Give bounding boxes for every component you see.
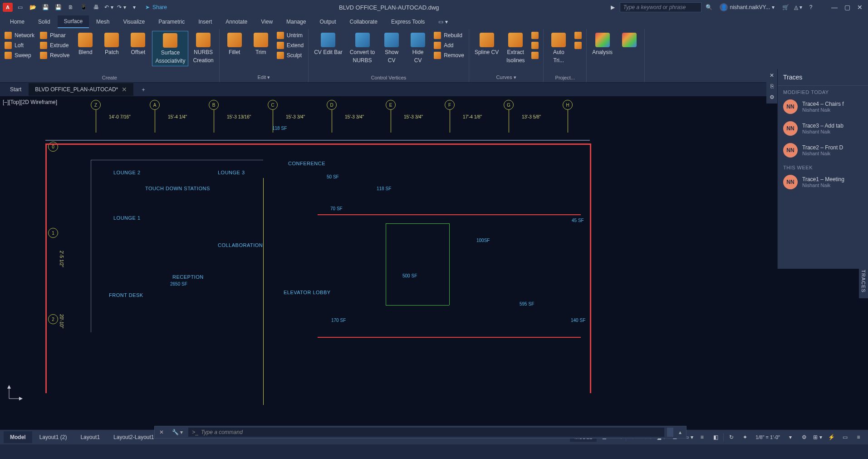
gear-icon[interactable]: ⚙ bbox=[798, 431, 810, 443]
new-tab-button[interactable]: ＋ bbox=[134, 83, 152, 96]
cv-rebuild-button[interactable]: Rebuild bbox=[432, 31, 466, 40]
patch-button[interactable]: Patch bbox=[99, 31, 124, 57]
untrim-button[interactable]: Untrim bbox=[275, 31, 305, 40]
analysis-button[interactable]: Analysis bbox=[589, 31, 615, 57]
proj-opt1[interactable] bbox=[573, 31, 584, 40]
revolve-button[interactable]: Revolve bbox=[38, 51, 71, 60]
tab-mesh[interactable]: Mesh bbox=[90, 16, 116, 28]
trace-item[interactable]: NNTrace3 – Add tabNishant Naik bbox=[778, 118, 868, 139]
tab-visualize[interactable]: Visualize bbox=[117, 16, 151, 28]
panel-pin-icon[interactable]: ⎘ bbox=[766, 82, 777, 91]
qat-redo-icon[interactable]: ↷ ▾ bbox=[116, 2, 127, 13]
cycling-icon[interactable]: ↻ bbox=[726, 431, 737, 443]
loft-button[interactable]: Loft bbox=[3, 41, 36, 50]
close-button[interactable]: ✕ bbox=[854, 2, 865, 13]
extend-button[interactable]: Extend bbox=[275, 41, 305, 50]
customize-icon[interactable]: ≡ bbox=[853, 431, 864, 443]
sweep-button[interactable]: Sweep bbox=[3, 51, 36, 60]
curve-opt1[interactable] bbox=[530, 31, 540, 40]
panel-curves-label[interactable]: Curves ▾ bbox=[472, 74, 540, 81]
layout-tab-layout1[interactable]: Layout1 bbox=[74, 431, 106, 443]
lineweight-icon[interactable]: ≡ bbox=[696, 431, 708, 443]
trace-item[interactable]: NNTrace4 – Chairs fNishant Naik bbox=[778, 96, 868, 118]
minimize-button[interactable]: — bbox=[829, 2, 840, 13]
tab-collaborate[interactable]: Collaborate bbox=[343, 16, 384, 28]
tab-solid[interactable]: Solid bbox=[32, 16, 57, 28]
maximize-button[interactable]: ▢ bbox=[842, 2, 853, 13]
cmd-expand-icon[interactable]: ▴ bbox=[676, 429, 684, 435]
layout-tab-layout2-layout1[interactable]: Layout2-Layout1 bbox=[107, 431, 160, 443]
show-cv-button[interactable]: ShowCV bbox=[379, 31, 404, 65]
transparency-icon[interactable]: ◧ bbox=[710, 431, 721, 443]
proj-opt2[interactable] bbox=[573, 41, 584, 50]
qat-undo-icon[interactable]: ↶ ▾ bbox=[103, 2, 114, 13]
offset-button[interactable]: Offset bbox=[126, 31, 150, 57]
tab-express-tools[interactable]: Express Tools bbox=[385, 16, 431, 28]
curve-opt2[interactable] bbox=[530, 41, 540, 50]
extract-isolines-button[interactable]: ExtractIsolines bbox=[503, 31, 528, 65]
fillet-button[interactable]: Fillet bbox=[222, 31, 247, 57]
scale-dropdown-icon[interactable]: ▾ bbox=[785, 431, 796, 443]
featured-apps-dropdown[interactable]: ▭ ▾ bbox=[432, 16, 454, 28]
cv-add-button[interactable]: Add bbox=[432, 41, 466, 50]
tab-output[interactable]: Output bbox=[313, 16, 342, 28]
panel-close-icon[interactable]: ✕ bbox=[766, 71, 777, 80]
qat-saveas-icon[interactable]: 💾 bbox=[53, 2, 64, 13]
tab-insert[interactable]: Insert bbox=[192, 16, 218, 28]
viewport-label[interactable]: [–][Top][2D Wireframe] bbox=[3, 99, 57, 105]
start-tab[interactable]: Start bbox=[4, 84, 28, 95]
cmd-close-icon[interactable]: ✕ bbox=[157, 429, 167, 435]
extrude-button[interactable]: Extrude bbox=[38, 41, 71, 50]
curve-opt3[interactable] bbox=[530, 51, 540, 60]
search-icon[interactable]: 🔍 bbox=[703, 2, 714, 13]
cv-edit-bar-button[interactable]: CV Edit Bar bbox=[311, 31, 345, 65]
trace-item[interactable]: NNTrace1 – MeetingNishant Naik bbox=[778, 171, 868, 193]
tab-home[interactable]: Home bbox=[4, 16, 31, 28]
panel-settings-icon[interactable]: ⚙ bbox=[766, 93, 777, 102]
title-nav-icon[interactable]: ▶ bbox=[607, 2, 618, 13]
share-button[interactable]: ➤ Share bbox=[142, 4, 171, 10]
search-input[interactable]: Type a keyword or phrase bbox=[620, 2, 701, 12]
close-tab-icon[interactable]: ✕ bbox=[122, 86, 127, 93]
user-menu[interactable]: 👤 nishant.naikVY...▾ bbox=[716, 3, 778, 11]
workspace-icon[interactable]: ⊞ ▾ bbox=[812, 431, 824, 443]
qat-save-icon[interactable]: 💾 bbox=[40, 2, 51, 13]
convert-nurbs-button[interactable]: Convert toNURBS bbox=[347, 31, 378, 65]
surface-associativity-button[interactable]: SurfaceAssociativity bbox=[152, 31, 188, 66]
blend-button[interactable]: Blend bbox=[73, 31, 98, 57]
tab-manage[interactable]: Manage bbox=[280, 16, 312, 28]
scale-display[interactable]: 1/8" = 1'-0" bbox=[753, 433, 783, 442]
nurbs-creation-button[interactable]: NURBSCreation bbox=[190, 31, 216, 65]
qat-new-icon[interactable]: ▭ bbox=[15, 2, 25, 13]
help-icon[interactable]: ? bbox=[805, 2, 816, 13]
qat-dropdown-icon[interactable]: ▾ bbox=[129, 2, 140, 13]
layout-tab-layout1-2-[interactable]: Layout1 (2) bbox=[33, 431, 74, 443]
qat-plot-icon[interactable]: 🖶 bbox=[91, 2, 102, 13]
cleanscreen-icon[interactable]: ▭ bbox=[839, 431, 851, 443]
cmd-wrench-icon[interactable]: 🔧 ▾ bbox=[169, 429, 186, 435]
cart-icon[interactable]: 🛒 bbox=[780, 2, 791, 13]
cmd-scrollbar[interactable] bbox=[667, 428, 673, 437]
hardware-icon[interactable]: ⚡ bbox=[825, 431, 837, 443]
traces-side-tab[interactable]: TRACES bbox=[859, 264, 868, 298]
auto-trim-button[interactable]: AutoTri... bbox=[546, 31, 571, 65]
qat-mobile-icon[interactable]: 📱 bbox=[78, 2, 89, 13]
sculpt-button[interactable]: Sculpt bbox=[275, 51, 305, 60]
analysis-more-button[interactable] bbox=[617, 31, 642, 49]
drawing-canvas[interactable]: [–][Top][2D Wireframe] ZABCDEFGH 14'-0 7… bbox=[0, 96, 868, 429]
autodesk-app-icon[interactable]: ◬ ▾ bbox=[793, 2, 804, 13]
tab-annotate[interactable]: Annotate bbox=[219, 16, 254, 28]
tab-parametric[interactable]: Parametric bbox=[152, 16, 191, 28]
spline-cv-button[interactable]: Spline CV bbox=[472, 31, 501, 65]
trim-button[interactable]: Trim bbox=[249, 31, 273, 57]
hide-cv-button[interactable]: HideCV bbox=[406, 31, 430, 65]
panel-edit-label[interactable]: Edit ▾ bbox=[222, 74, 305, 81]
cv-remove-button[interactable]: Remove bbox=[432, 51, 466, 60]
tab-view[interactable]: View bbox=[255, 16, 279, 28]
qat-open-icon[interactable]: 📂 bbox=[27, 2, 38, 13]
tab-surface[interactable]: Surface bbox=[58, 15, 89, 28]
network-button[interactable]: Network bbox=[3, 31, 36, 40]
planar-button[interactable]: Planar bbox=[38, 31, 71, 40]
cmd-input[interactable]: >_ Type a command bbox=[188, 428, 664, 437]
annomonitor-icon[interactable]: ✦ bbox=[739, 431, 751, 443]
